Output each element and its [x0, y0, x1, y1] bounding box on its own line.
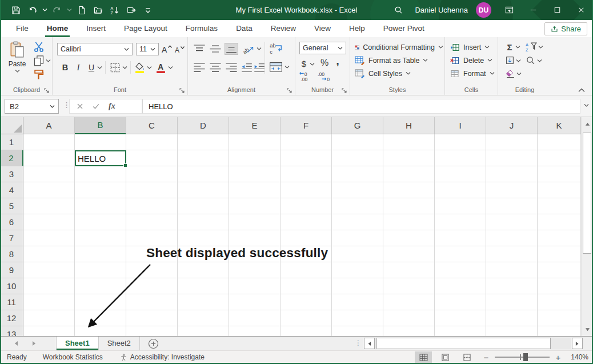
font-size-select[interactable]: 11: [136, 43, 159, 55]
tab-page-layout[interactable]: Page Layout: [115, 20, 177, 37]
cell-E13[interactable]: [229, 326, 281, 336]
align-bottom-icon[interactable]: [225, 43, 238, 55]
scroll-down-icon[interactable]: [583, 325, 592, 334]
cell-J9[interactable]: [486, 262, 538, 278]
align-middle-icon[interactable]: [209, 43, 222, 55]
row-header-7[interactable]: 7: [0, 230, 23, 246]
merge-dropdown-icon[interactable]: [285, 65, 290, 70]
cell-J8[interactable]: [486, 246, 538, 262]
number-dialog-launcher-icon[interactable]: [341, 86, 347, 92]
cell-G3[interactable]: [332, 166, 383, 182]
cell-H4[interactable]: [383, 182, 435, 198]
zoom-in-button[interactable]: +: [553, 353, 563, 362]
tab-view[interactable]: View: [305, 20, 340, 37]
cell-B1[interactable]: [75, 134, 126, 150]
cell-F9[interactable]: [281, 262, 332, 278]
comma-format-icon[interactable]: ,: [334, 55, 341, 66]
cell-J11[interactable]: [486, 294, 538, 310]
cell-G1[interactable]: [332, 134, 383, 150]
sort-filter-dropdown-icon[interactable]: [538, 45, 543, 50]
undo-dropdown-icon[interactable]: [42, 7, 47, 13]
sort-filter-icon[interactable]: AZ: [526, 41, 537, 53]
email-icon[interactable]: [125, 3, 138, 17]
cell-G13[interactable]: [332, 326, 383, 336]
column-header-B[interactable]: B: [75, 117, 126, 134]
cell-C7[interactable]: [126, 230, 178, 246]
tab-help[interactable]: Help: [340, 20, 374, 37]
close-button[interactable]: [569, 0, 593, 20]
expand-formula-bar-icon[interactable]: [584, 103, 590, 109]
cell-G7[interactable]: [332, 230, 383, 246]
cell-H12[interactable]: [383, 310, 435, 326]
cell-I5[interactable]: [435, 198, 486, 214]
cell-I2[interactable]: [435, 150, 486, 166]
vertical-scrollbar[interactable]: [581, 117, 593, 336]
cell-K13[interactable]: [538, 326, 581, 336]
increase-decimal-icon[interactable]: 0.00: [299, 70, 314, 83]
cell-E1[interactable]: [229, 134, 281, 150]
cell-K8[interactable]: [538, 246, 581, 262]
cell-B5[interactable]: [75, 198, 126, 214]
zoom-slider[interactable]: [495, 351, 550, 363]
font-color-icon[interactable]: A: [155, 62, 166, 73]
percent-format-icon[interactable]: %: [319, 57, 330, 69]
cell-A13[interactable]: [23, 326, 75, 336]
cell-E10[interactable]: [229, 278, 281, 294]
cell-J12[interactable]: [486, 310, 538, 326]
cell-C5[interactable]: [126, 198, 178, 214]
clipboard-dialog-launcher-icon[interactable]: [43, 86, 50, 92]
button-insert[interactable]: Insert: [448, 41, 496, 54]
cell-J13[interactable]: [486, 326, 538, 336]
row-header-4[interactable]: 4: [0, 182, 23, 198]
tab-power-pivot[interactable]: Power Pivot: [374, 20, 434, 37]
column-header-I[interactable]: I: [435, 117, 486, 134]
column-header-C[interactable]: C: [126, 117, 178, 134]
cell-I11[interactable]: [435, 294, 486, 310]
cell-B10[interactable]: [75, 278, 126, 294]
cell-A7[interactable]: [23, 230, 75, 246]
cell-H10[interactable]: [383, 278, 435, 294]
cell-G2[interactable]: [332, 150, 383, 166]
decrease-indent-icon[interactable]: [241, 61, 253, 73]
cell-E12[interactable]: [229, 310, 281, 326]
cell-K9[interactable]: [538, 262, 581, 278]
cancel-icon[interactable]: [77, 103, 83, 110]
paste-dropdown-icon[interactable]: [15, 69, 20, 74]
cell-B13[interactable]: [75, 326, 126, 336]
cell-B7[interactable]: [75, 230, 126, 246]
cut-icon[interactable]: [33, 42, 45, 52]
normal-view-button[interactable]: [415, 351, 432, 363]
merge-center-icon[interactable]: [269, 61, 283, 73]
cell-E5[interactable]: [229, 198, 281, 214]
row-header-2[interactable]: 2: [0, 150, 23, 166]
cell-G9[interactable]: [332, 262, 383, 278]
tab-insert[interactable]: Insert: [77, 20, 115, 37]
cell-J6[interactable]: [486, 214, 538, 230]
find-select-dropdown-icon[interactable]: [537, 58, 542, 63]
underline-dropdown-icon[interactable]: [97, 65, 102, 70]
row-header-8[interactable]: 8: [0, 246, 23, 262]
cell-G10[interactable]: [332, 278, 383, 294]
share-button[interactable]: Share: [544, 22, 587, 35]
hscroll-right-icon[interactable]: [572, 338, 583, 349]
cell-H8[interactable]: [383, 246, 435, 262]
copy-icon[interactable]: [33, 55, 45, 66]
cell-H13[interactable]: [383, 326, 435, 336]
row-header-10[interactable]: 10: [0, 278, 23, 294]
tab-data[interactable]: Data: [227, 20, 262, 37]
cell-I9[interactable]: [435, 262, 486, 278]
cell-B11[interactable]: [75, 294, 126, 310]
cell-K5[interactable]: [538, 198, 581, 214]
cell-J5[interactable]: [486, 198, 538, 214]
cell-K7[interactable]: [538, 230, 581, 246]
cell-A9[interactable]: [23, 262, 75, 278]
cell-K4[interactable]: [538, 182, 581, 198]
fill-dropdown-icon[interactable]: [516, 58, 521, 63]
cell-E7[interactable]: [229, 230, 281, 246]
row-header-12[interactable]: 12: [0, 310, 23, 326]
sheet-nav-right-icon[interactable]: [26, 337, 42, 350]
align-left-icon[interactable]: [193, 61, 206, 73]
cell-C1[interactable]: [126, 134, 178, 150]
cell-I1[interactable]: [435, 134, 486, 150]
cell-F3[interactable]: [281, 166, 332, 182]
